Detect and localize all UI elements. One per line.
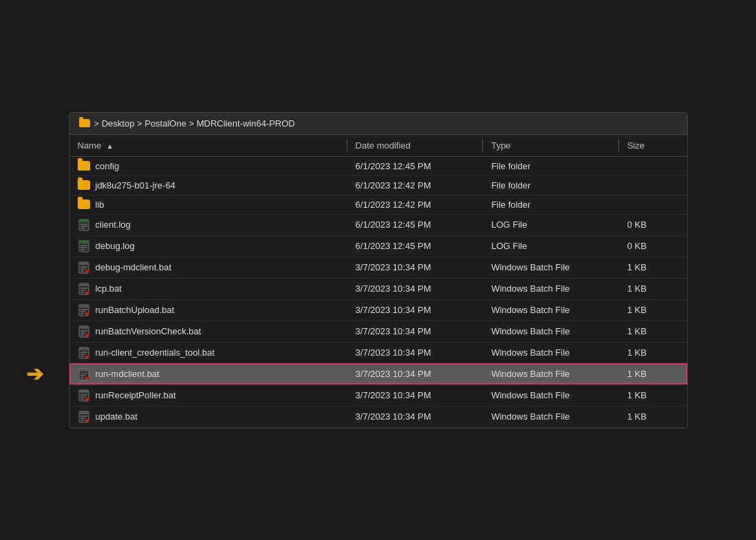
file-date-cell: 6/1/2023 12:45 PM: [347, 156, 484, 175]
table-row[interactable]: ! run-client_credentials_tool.bat 3/7/20…: [69, 342, 687, 363]
svg-rect-60: [79, 411, 89, 414]
svg-rect-53: [79, 390, 89, 393]
svg-rect-46: [79, 369, 89, 371]
file-type-cell: Windows Batch File: [483, 406, 619, 427]
svg-text:!: !: [85, 312, 87, 316]
file-name-cell: lib: [69, 195, 347, 214]
file-type-cell: Windows Batch File: [483, 257, 619, 278]
file-name-cell: ! lcp.bat: [69, 278, 347, 299]
file-date-cell: 3/7/2023 10:34 PM: [347, 257, 484, 278]
file-size-cell: [619, 195, 687, 214]
file-name-cell: ! update.bat: [69, 406, 347, 427]
table-row[interactable]: config 6/1/2023 12:45 PM File folder: [69, 156, 687, 175]
file-date-cell: 6/1/2023 12:42 PM: [347, 175, 484, 195]
file-name: config: [96, 161, 120, 171]
file-name: run-mdclient.bat: [96, 369, 160, 379]
file-date-cell: 3/7/2023 10:34 PM: [347, 321, 484, 342]
bat-file-icon: !: [78, 283, 90, 295]
file-date-cell: 3/7/2023 10:34 PM: [347, 363, 484, 385]
file-size-cell: 0 KB: [619, 235, 687, 257]
file-size-cell: 0 KB: [619, 214, 687, 235]
file-name-cell: config: [69, 156, 347, 175]
svg-text:!: !: [85, 355, 87, 359]
svg-rect-6: [79, 241, 89, 244]
file-date-cell: 3/7/2023 10:34 PM: [347, 278, 484, 299]
file-name-cell: ! runBatchVersionCheck.bat: [69, 321, 347, 342]
bat-file-icon: !: [78, 368, 90, 380]
file-name: lib: [96, 199, 105, 210]
table-row[interactable]: ! run-mdclient.bat 3/7/2023 10:34 PM Win…: [69, 363, 687, 385]
log-file-icon: [78, 240, 90, 252]
table-row[interactable]: debug.log 6/1/2023 12:45 PM LOG File 0 K…: [69, 235, 687, 257]
file-type-cell: File folder: [483, 156, 619, 175]
col-header-date[interactable]: Date modified: [347, 135, 484, 157]
table-row[interactable]: client.log 6/1/2023 12:45 PM LOG File 0 …: [69, 214, 687, 235]
svg-text:!: !: [85, 376, 87, 380]
file-explorer-window: > Desktop > PostalOne > MDRClient-win64-…: [69, 112, 688, 429]
table-row[interactable]: ! runReceiptPoller.bat 3/7/2023 10:34 PM…: [69, 385, 687, 406]
file-name: client.log: [96, 219, 131, 230]
file-size-cell: 1 KB: [619, 321, 687, 342]
svg-rect-25: [79, 305, 89, 307]
file-size-cell: [619, 156, 687, 175]
folder-icon: [78, 199, 90, 209]
svg-rect-1: [79, 219, 89, 222]
svg-rect-32: [79, 326, 89, 329]
file-name: runBatchUpload.bat: [96, 305, 175, 315]
file-name: update.bat: [96, 411, 138, 422]
breadcrumb: > Desktop > PostalOne > MDRClient-win64-…: [69, 113, 687, 135]
bat-file-icon: !: [78, 261, 90, 274]
file-name-cell: client.log: [69, 214, 347, 235]
file-date-cell: 6/1/2023 12:45 PM: [347, 214, 484, 235]
table-row[interactable]: lib 6/1/2023 12:42 PM File folder: [69, 195, 687, 214]
bat-file-icon: !: [78, 411, 90, 423]
file-type-cell: File folder: [483, 195, 619, 214]
sort-arrow-icon: ▲: [107, 142, 114, 150]
svg-text:!: !: [85, 291, 87, 295]
svg-text:!: !: [85, 398, 87, 402]
file-name-cell: debug.log: [69, 235, 347, 257]
folder-icon: [79, 119, 90, 127]
col-header-name[interactable]: Name ▲: [69, 135, 347, 157]
col-header-type[interactable]: Type: [483, 135, 619, 157]
file-date-cell: 6/1/2023 12:45 PM: [347, 235, 484, 257]
log-file-icon: [78, 219, 90, 231]
file-type-cell: Windows Batch File: [483, 278, 619, 299]
bat-file-icon: !: [78, 325, 90, 338]
folder-icon: [78, 161, 90, 171]
file-size-cell: 1 KB: [619, 406, 687, 427]
file-name: debug.log: [96, 241, 135, 251]
bat-file-icon: !: [78, 389, 90, 402]
file-table: Name ▲ Date modified Type Size: [69, 135, 687, 428]
file-type-cell: Windows Batch File: [483, 342, 619, 363]
folder-icon: [78, 180, 90, 190]
table-header-row: Name ▲ Date modified Type Size: [69, 135, 687, 157]
file-name-cell: ! debug-mdclient.bat: [69, 257, 347, 278]
file-date-cell: 3/7/2023 10:34 PM: [347, 406, 484, 427]
table-row[interactable]: ! debug-mdclient.bat 3/7/2023 10:34 PM W…: [69, 257, 687, 278]
file-type-cell: LOG File: [483, 214, 619, 235]
file-name-cell: jdk8u275-b01-jre-64: [69, 175, 347, 195]
bat-file-icon: !: [78, 304, 90, 316]
file-name-cell: ! runReceiptPoller.bat: [69, 385, 347, 406]
svg-rect-18: [79, 283, 89, 286]
table-row[interactable]: ! runBatchVersionCheck.bat 3/7/2023 10:3…: [69, 321, 687, 342]
file-name: runReceiptPoller.bat: [96, 390, 176, 400]
file-name: run-client_credentials_tool.bat: [96, 347, 215, 358]
table-row[interactable]: ! lcp.bat 3/7/2023 10:34 PM Windows Batc…: [69, 278, 687, 299]
file-type-cell: Windows Batch File: [483, 385, 619, 406]
svg-text:!: !: [85, 334, 87, 338]
col-header-size[interactable]: Size: [619, 135, 687, 157]
file-type-cell: Windows Batch File: [483, 321, 619, 342]
file-name: debug-mdclient.bat: [96, 262, 172, 272]
table-row[interactable]: ! update.bat 3/7/2023 10:34 PM Windows B…: [69, 406, 687, 427]
file-size-cell: 1 KB: [619, 385, 687, 406]
breadcrumb-path: > Desktop > PostalOne > MDRClient-win64-…: [94, 118, 295, 129]
file-date-cell: 3/7/2023 10:34 PM: [347, 342, 484, 363]
file-size-cell: [619, 175, 687, 195]
file-size-cell: 1 KB: [619, 299, 687, 321]
file-name-cell: ! run-mdclient.bat: [69, 363, 347, 385]
file-name-cell: ! runBatchUpload.bat: [69, 299, 347, 321]
table-row[interactable]: jdk8u275-b01-jre-64 6/1/2023 12:42 PM Fi…: [69, 175, 687, 195]
table-row[interactable]: ! runBatchUpload.bat 3/7/2023 10:34 PM W…: [69, 299, 687, 321]
